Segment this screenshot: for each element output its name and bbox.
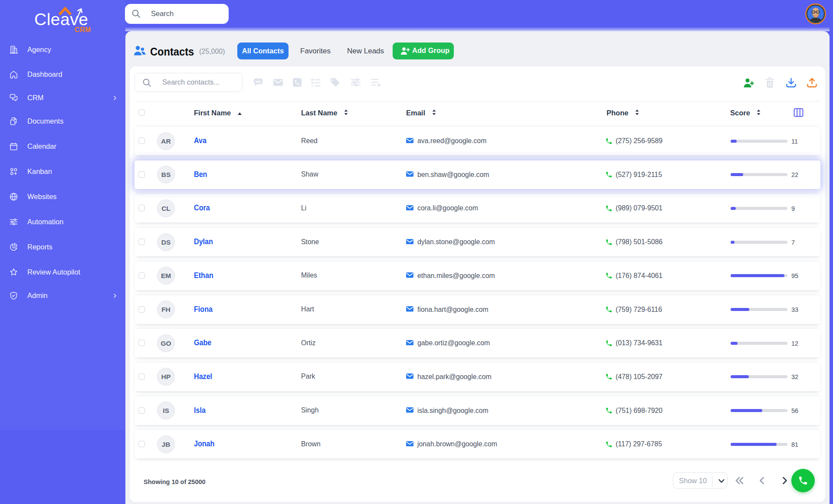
svg-text:SMS: SMS [255, 80, 262, 83]
